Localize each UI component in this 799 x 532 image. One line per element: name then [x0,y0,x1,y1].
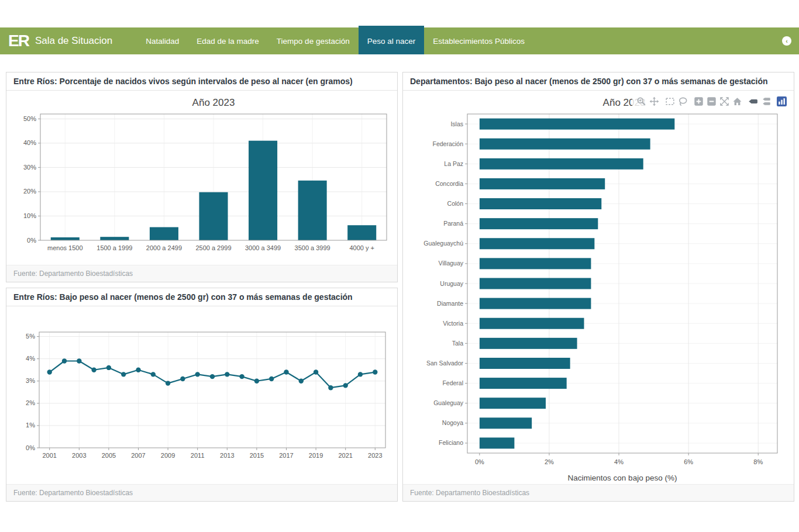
brand: ER Sala de Situacion [0,27,124,54]
nav-item-peso-al-nacer[interactable]: Peso al nacer [359,26,425,54]
svg-text:1500 a 1999: 1500 a 1999 [97,244,132,251]
svg-text:Paraná: Paraná [443,220,463,227]
source-note-trend: Fuente: Departamento Bioestadísticas [6,484,397,501]
svg-text:Diamante: Diamante [437,300,463,307]
svg-text:4%: 4% [26,355,35,362]
svg-text:0%: 0% [26,444,35,451]
panel-departments-title: Departamentos: Bajo peso al nacer (menos… [403,72,794,91]
svg-text:Nogoya: Nogoya [442,419,463,426]
svg-text:2021: 2021 [338,452,352,459]
nav-item-establecimientos-publicos[interactable]: Establecimientos Públicos [424,27,533,54]
hbar-chart-departments[interactable]: IslasFederaciónLa PazConcordiaColónParan… [407,112,790,486]
svg-text:2015: 2015 [250,452,264,459]
svg-text:2000 a 2499: 2000 a 2499 [146,244,182,251]
source-note-weights: Fuente: Departamento Bioestadísticas [6,265,397,282]
nav-item-edad-de-la-madre[interactable]: Edad de la madre [188,27,268,54]
svg-text:Federación: Federación [432,140,463,147]
svg-text:2005: 2005 [102,452,116,459]
modebar-plotly-logo[interactable] [777,96,787,106]
svg-text:2011: 2011 [191,452,205,459]
er-logo: ER [8,33,29,49]
svg-text:La Paz: La Paz [444,160,463,167]
panel-weight-intervals: Entre Ríos: Porcentaje de nacidos vivos … [6,72,398,282]
svg-text:Islas: Islas [450,120,463,127]
nav-item-tiempo-de-gestacion[interactable]: Tiempo de gestación [268,27,359,54]
panel-low-weight-trend-title: Entre Ríos: Bajo peso al nacer (menos de… [6,288,397,306]
dashboard-content: Entre Ríos: Porcentaje de nacidos vivos … [6,72,793,502]
modebar-autoscale-button[interactable] [719,96,729,106]
svg-text:Victoria: Victoria [443,320,463,327]
panel-weight-intervals-body: Año 2023 0%10%20%30%40%50%menos 15001500… [6,91,397,265]
svg-text:Nacimientos con bajo peso (%): Nacimientos con bajo peso (%) [568,474,677,482]
bar-chart-weight-intervals[interactable]: 0%10%20%30%40%50%menos 15001500 a 199920… [10,110,394,264]
svg-text:Colón: Colón [447,200,464,207]
app-title: Sala de Situacion [35,35,112,47]
svg-text:2001: 2001 [42,452,56,459]
chart-header-row: Año 2023 [407,92,790,112]
svg-text:3%: 3% [26,377,35,384]
top-navbar: ER Sala de Situacion NatalidadEdad de la… [0,27,799,54]
modebar-box-select-button[interactable] [665,96,675,106]
page: ER Sala de Situacion NatalidadEdad de la… [0,0,799,532]
panel-departments-body: Año 2023 IslasFederaciónLa PazConcordiaC… [403,91,794,484]
svg-text:Gualeguaychú: Gualeguaychú [423,240,463,247]
modebar-zoom-out-button[interactable] [707,96,717,106]
panel-low-weight-trend-body: 0%1%2%3%4%5%2001200320052007200920112013… [6,306,397,484]
svg-text:30%: 30% [23,164,36,171]
svg-text:menos 1500: menos 1500 [47,244,83,251]
nav-item-natalidad[interactable]: Natalidad [137,27,188,54]
modebar-pan-button[interactable] [649,96,659,106]
svg-text:2017: 2017 [279,452,293,459]
svg-text:4%: 4% [614,458,624,465]
modebar-reset-axes-button[interactable] [732,96,742,106]
source-note-departments: Fuente: Departamento Bioestadísticas [403,484,794,501]
panel-departments: Departamentos: Bajo peso al nacer (menos… [402,72,794,502]
svg-text:2013: 2013 [220,452,234,459]
chevron-left-icon: ‹ [786,38,788,44]
modebar-compare-hover-button[interactable] [761,96,771,106]
svg-text:Tala: Tala [452,340,463,347]
svg-text:San Salvador: San Salvador [426,360,464,367]
svg-text:2003: 2003 [72,452,86,459]
svg-text:2019: 2019 [309,452,323,459]
svg-text:Concordia: Concordia [435,180,463,187]
chart-title-weights: Año 2023 [10,92,394,110]
svg-text:3500 a 3999: 3500 a 3999 [295,244,330,251]
svg-text:2%: 2% [545,458,554,465]
svg-text:Feliciano: Feliciano [439,439,463,446]
svg-text:5%: 5% [26,333,35,340]
svg-text:2023: 2023 [368,452,382,459]
modebar-zoom-in-button[interactable] [694,96,704,106]
svg-text:4000 y +: 4000 y + [349,244,374,251]
modebar-lasso-select-button[interactable] [678,96,688,106]
svg-text:2500 a 2999: 2500 a 2999 [195,244,231,251]
svg-text:0%: 0% [27,237,36,244]
panel-low-weight-trend: Entre Ríos: Bajo peso al nacer (menos de… [6,288,398,502]
svg-text:2007: 2007 [131,452,145,459]
svg-text:Villaguay: Villaguay [439,260,464,267]
svg-text:Gualeguay: Gualeguay [433,399,464,406]
svg-text:50%: 50% [23,115,36,122]
plotly-modebar [632,96,788,107]
svg-text:20%: 20% [23,188,36,195]
svg-text:1%: 1% [26,422,35,429]
modebar-toggle-closest-hover-button[interactable] [748,96,758,106]
svg-text:8%: 8% [753,458,763,465]
svg-text:40%: 40% [23,139,36,146]
svg-text:10%: 10% [23,212,36,219]
svg-text:6%: 6% [684,458,693,465]
svg-text:0%: 0% [475,458,484,465]
right-column: Departamentos: Bajo peso al nacer (menos… [402,72,794,502]
svg-text:3000 a 3499: 3000 a 3499 [245,244,281,251]
modebar-zoom-button[interactable] [636,96,646,106]
left-column: Entre Ríos: Porcentaje de nacidos vivos … [6,72,398,502]
line-chart-low-weight-trend[interactable]: 0%1%2%3%4%5%2001200320052007200920112013… [10,327,394,468]
svg-text:2%: 2% [26,399,35,406]
collapse-button[interactable]: ‹ [782,36,791,46]
svg-text:Federal: Federal [442,379,463,386]
svg-text:Uruguay: Uruguay [440,280,463,287]
panel-weight-intervals-title: Entre Ríos: Porcentaje de nacidos vivos … [6,72,397,91]
svg-text:2009: 2009 [161,452,175,459]
nav-tabs: NatalidadEdad de la madreTiempo de gesta… [137,27,533,54]
